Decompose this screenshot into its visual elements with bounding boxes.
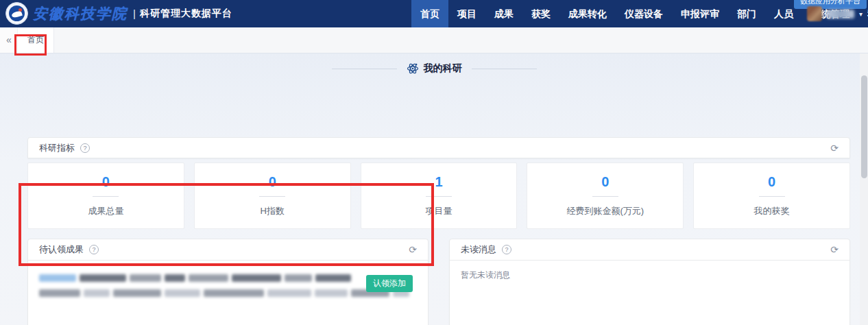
divider [592, 196, 618, 197]
user-name-redacted [827, 10, 854, 19]
nav-item-application-review[interactable]: 申报评审 [672, 0, 728, 27]
help-icon[interactable]: ? [89, 245, 99, 254]
refresh-icon[interactable]: ⟳ [830, 245, 839, 254]
tab-home[interactable]: 首页 [17, 27, 54, 53]
metrics-card-title: 科研指标 [39, 142, 75, 154]
nav-item-instruments[interactable]: 仪器设备 [616, 0, 672, 27]
stat-total-achievements[interactable]: 0 成果总量 [27, 162, 184, 229]
page-tabbar: « 首页 [0, 27, 868, 53]
refresh-icon[interactable]: ⟳ [409, 245, 417, 254]
tabbar-background [48, 27, 868, 53]
metrics-card: 科研指标 ? ⟳ [27, 137, 850, 158]
help-icon[interactable]: ? [502, 245, 511, 254]
nav-item-achievements[interactable]: 成果 [485, 0, 522, 27]
divider [759, 196, 785, 197]
stat-label: 经费到账金额(万元) [566, 205, 644, 217]
stat-label: H指数 [261, 205, 285, 217]
stat-value: 0 [601, 174, 609, 190]
scrollbar-track[interactable] [860, 53, 868, 325]
messages-card-title: 未读消息 [461, 243, 496, 256]
section-title: 我的科研 [424, 62, 462, 75]
stat-label: 成果总量 [88, 205, 123, 217]
nav-item-projects[interactable]: 项目 [448, 0, 485, 27]
scrollbar-thumb[interactable] [861, 75, 867, 178]
claim-add-button[interactable]: 认领添加 [366, 275, 413, 292]
stat-value: 0 [768, 174, 775, 190]
divider [426, 196, 452, 197]
logo-divider: | [133, 8, 136, 19]
stat-label: 我的获奖 [754, 205, 790, 217]
stat-my-awards[interactable]: 0 我的获奖 [693, 162, 850, 229]
stat-project-count[interactable]: 1 项目量 [361, 162, 518, 229]
stat-label: 项目量 [425, 205, 452, 217]
school-name: 安徽科技学院 [33, 4, 128, 23]
stat-value: 0 [102, 174, 110, 190]
redacted-text-line [39, 274, 418, 282]
redacted-text-line [39, 289, 418, 297]
claimable-achievement-row[interactable]: 认领添加 [39, 274, 418, 306]
stat-value: 0 [269, 174, 276, 190]
nav-item-home[interactable]: 首页 [411, 0, 448, 27]
empty-messages-text: 暂无未读消息 [461, 269, 510, 281]
stat-h-index[interactable]: 0 H指数 [194, 162, 351, 229]
divider [472, 69, 537, 69]
divider [332, 69, 397, 69]
stat-value: 1 [435, 174, 442, 190]
nav-item-transformation[interactable]: 成果转化 [559, 0, 616, 27]
avatar [807, 6, 822, 21]
top-navbar: 安徽科技学院 | 科研管理大数据平台 首页 项目 成果 获奖 成果转化 仪器设备… [0, 0, 868, 27]
platform-name: 科研管理大数据平台 [140, 8, 232, 20]
nav-item-awards[interactable]: 获奖 [522, 0, 559, 27]
divider [259, 196, 285, 197]
claimable-achievements-card: 待认领成果 ? ⟳ [27, 239, 429, 325]
collapse-tabs-icon[interactable]: « [6, 27, 10, 53]
user-menu[interactable]: ▾ [807, 0, 863, 27]
divider [93, 196, 119, 197]
school-logo-icon [5, 2, 28, 25]
logo: 安徽科技学院 | 科研管理大数据平台 [5, 2, 232, 25]
atom-icon [407, 62, 419, 75]
stat-funding-received[interactable]: 0 经费到账金额(万元) [527, 162, 684, 229]
section-header: 我的科研 [0, 60, 868, 77]
metrics-stats-row: 0 成果总量 0 H指数 1 项目量 0 经费到账金额(万元) 0 我的获奖 [27, 162, 850, 229]
chevron-down-icon: ▾ [859, 10, 863, 18]
help-icon[interactable]: ? [80, 143, 90, 153]
main-content: 我的科研 科研指标 ? ⟳ 0 成果总量 0 H指数 1 项目量 0 经 [0, 53, 868, 325]
nav-item-departments[interactable]: 部门 [728, 0, 765, 27]
refresh-icon[interactable]: ⟳ [830, 143, 839, 153]
claim-card-title: 待认领成果 [39, 243, 84, 256]
unread-messages-card: 未读消息 ? ⟳ 暂无未读消息 [449, 239, 850, 325]
